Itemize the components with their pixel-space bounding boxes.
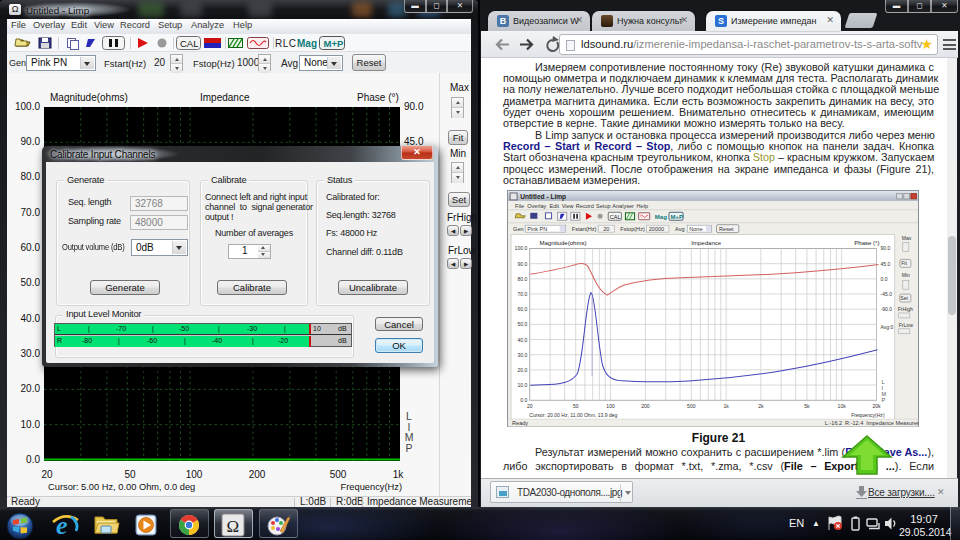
svg-text:Fit: Fit — [901, 260, 907, 266]
svg-text:70.0: 70.0 — [517, 291, 527, 297]
svg-text:FrLow: FrLow — [899, 322, 913, 328]
svg-text:Untitled - Limp: Untitled - Limp — [520, 193, 566, 201]
svg-text:Max: Max — [902, 235, 912, 241]
svg-text:Impedance: Impedance — [691, 240, 722, 246]
svg-text:-45.0: -45.0 — [881, 291, 893, 297]
svg-text:0.0: 0.0 — [881, 276, 888, 282]
svg-text:50: 50 — [573, 403, 579, 409]
svg-text:Gen: Gen — [513, 226, 524, 232]
svg-text:20k: 20k — [872, 403, 881, 409]
svg-text:L:-16.2: L:-16.2 — [825, 420, 842, 426]
svg-text:-90.0: -90.0 — [881, 306, 893, 312]
svg-text:Ω: Ω — [227, 517, 240, 536]
svg-text:Avg: Avg — [675, 226, 684, 232]
svg-text:Setup: Setup — [596, 203, 611, 209]
svg-text:90.0: 90.0 — [881, 246, 891, 252]
svg-text:1k: 1k — [723, 403, 729, 409]
svg-text:FrHigh: FrHigh — [898, 306, 913, 312]
svg-text:20.0: 20.0 — [517, 367, 527, 373]
svg-text:30.0: 30.0 — [517, 352, 527, 358]
svg-text:20000: 20000 — [649, 226, 664, 232]
svg-text:Overlay: Overlay — [527, 203, 546, 209]
svg-text:500: 500 — [687, 403, 696, 409]
svg-text:Reset: Reset — [719, 226, 734, 232]
svg-text:View: View — [562, 203, 574, 209]
svg-text:Phase (°): Phase (°) — [854, 240, 879, 246]
svg-text:Mag: Mag — [297, 38, 317, 49]
svg-text:CAL: CAL — [610, 214, 621, 220]
svg-text:Mag: Mag — [655, 214, 667, 220]
svg-text:RLC: RLC — [275, 38, 297, 49]
svg-text:100: 100 — [606, 403, 615, 409]
svg-text:Help: Help — [637, 203, 648, 209]
svg-text:Avg:0: Avg:0 — [881, 324, 894, 330]
svg-text:2k: 2k — [758, 403, 764, 409]
svg-text:20: 20 — [603, 226, 609, 232]
svg-text:200: 200 — [641, 403, 650, 409]
svg-text:60.0: 60.0 — [517, 306, 527, 312]
svg-text:50.0: 50.0 — [517, 321, 527, 327]
svg-text:Record: Record — [576, 203, 594, 209]
svg-text:Cursor: 20.00 Hz, 11.00 Ohm, 1: Cursor: 20.00 Hz, 11.00 Ohm, 13.9 deg — [529, 412, 617, 418]
svg-text:Pink PN: Pink PN — [527, 226, 547, 232]
svg-text:M+P: M+P — [324, 38, 344, 49]
svg-text:100.0: 100.0 — [515, 246, 528, 252]
svg-text:Impedance Measurement: Impedance Measurement — [866, 420, 919, 426]
svg-text:Edit: Edit — [550, 203, 560, 209]
svg-text:80.0: 80.0 — [517, 276, 527, 282]
svg-text:10.0: 10.0 — [517, 382, 527, 388]
svg-text:Ready: Ready — [512, 420, 528, 426]
svg-text:CAL: CAL — [180, 38, 198, 49]
svg-text:Frequency(Hz): Frequency(Hz) — [851, 412, 885, 418]
svg-text:Magnitude(ohms): Magnitude(ohms) — [539, 240, 586, 246]
svg-text:M+P: M+P — [670, 214, 683, 220]
svg-text:5k: 5k — [804, 403, 810, 409]
svg-text:File: File — [515, 203, 524, 209]
svg-text:90.0: 90.0 — [517, 261, 527, 267]
svg-text:Analyser: Analyser — [612, 203, 634, 209]
svg-text:45.0: 45.0 — [881, 261, 891, 267]
svg-text:R:-12.4: R:-12.4 — [845, 420, 863, 426]
svg-text:40.0: 40.0 — [517, 337, 527, 343]
svg-text:None: None — [689, 226, 702, 232]
svg-text:20: 20 — [527, 403, 533, 409]
svg-text:Min: Min — [902, 272, 910, 278]
svg-text:Fstart(Hz): Fstart(Hz) — [572, 226, 597, 232]
svg-text:Fstop(Hz): Fstop(Hz) — [620, 226, 645, 232]
svg-text:P: P — [882, 397, 886, 403]
svg-text:Set: Set — [900, 295, 908, 301]
svg-text:10k: 10k — [838, 403, 847, 409]
